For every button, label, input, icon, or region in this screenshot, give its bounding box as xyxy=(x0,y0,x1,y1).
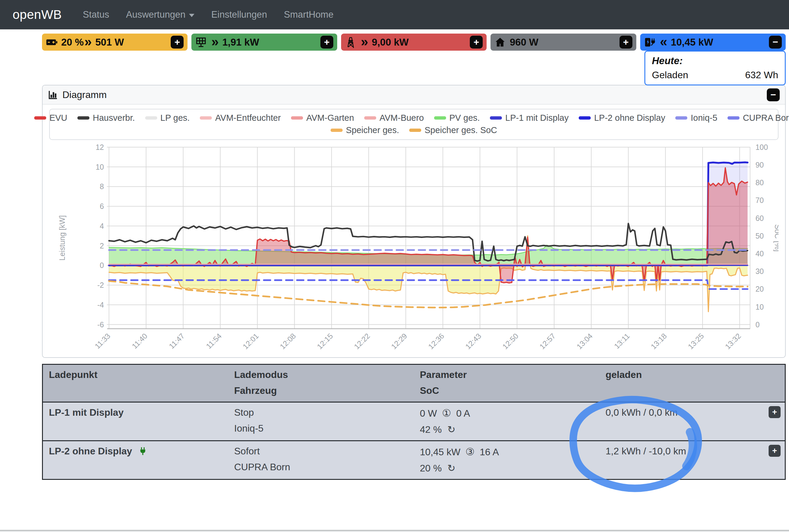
legend-swatch-icon xyxy=(291,116,303,119)
legend-item[interactable]: EVU xyxy=(34,113,68,123)
legend-item[interactable]: AVM-Entfeuchter xyxy=(200,113,281,123)
legend-label: LP ges. xyxy=(161,113,190,123)
svg-text:2: 2 xyxy=(100,242,104,250)
legend-swatch-icon xyxy=(434,116,446,119)
badge-evu[interactable]: » 9,00 kW + xyxy=(341,34,487,51)
legend-item[interactable]: Hausverbr. xyxy=(77,113,135,123)
refresh-soc-icon[interactable]: ↻ xyxy=(447,463,455,474)
pylon-icon xyxy=(345,37,356,48)
col-ladepunkt: Ladepunkt xyxy=(42,364,228,402)
lp1-current: 0 A xyxy=(456,408,470,419)
lp2-name: LP-2 ohne Display xyxy=(49,446,132,456)
chevron-right-icon: » xyxy=(211,35,218,48)
diagram-card-header: Diagramm − xyxy=(42,86,785,104)
lp2-parameter-soc: 10,45 kW ③ 16 A 20 % ↻ xyxy=(414,441,600,479)
legend-swatch-icon xyxy=(34,116,46,119)
lp2-fahrzeug: CUPRA Born xyxy=(234,461,408,474)
svg-text:4: 4 xyxy=(100,222,104,230)
solar-panel-icon xyxy=(195,37,207,48)
nav-smarthome[interactable]: SmartHome xyxy=(284,9,333,20)
svg-text:Leistung [kW]: Leistung [kW] xyxy=(58,215,66,261)
legend-item[interactable]: LP ges. xyxy=(145,113,190,123)
legend-label: AVM-Buero xyxy=(380,113,424,123)
svg-text:11:40: 11:40 xyxy=(130,331,149,350)
legend-item[interactable]: Speicher ges. SoC xyxy=(409,125,497,135)
page-bottom-strip xyxy=(0,531,789,532)
legend-item[interactable]: Ioniq-5 xyxy=(675,113,717,123)
svg-text:12:22: 12:22 xyxy=(352,331,372,351)
refresh-soc-icon[interactable]: ↻ xyxy=(447,424,455,435)
svg-text:-2: -2 xyxy=(97,281,104,289)
legend-label: PV ges. xyxy=(449,113,480,123)
col-parameter: ParameterSoC xyxy=(414,364,600,402)
legend-item[interactable]: LP-1 mit Display xyxy=(490,113,569,123)
legend-item[interactable]: Speicher ges. xyxy=(331,125,399,135)
badge-haus-expand-button[interactable]: + xyxy=(620,36,632,49)
heute-title: Heute: xyxy=(652,55,778,66)
lp2-name-cell: LP-2 ohne Display xyxy=(42,441,228,479)
nav-auswertungen[interactable]: Auswertungen xyxy=(126,9,195,20)
battery-icon xyxy=(46,37,57,48)
svg-text:-6: -6 xyxy=(97,320,104,329)
chevron-down-icon xyxy=(189,14,195,17)
legend-item[interactable]: CUPRA Born xyxy=(728,113,789,123)
legend-swatch-icon xyxy=(675,116,687,119)
power-soc-chart: 121086420-2-4-6100908070605040302010011:… xyxy=(49,142,778,356)
legend-swatch-icon xyxy=(200,116,212,119)
legend-item[interactable]: AVM-Garten xyxy=(291,113,354,123)
svg-text:11:33: 11:33 xyxy=(93,331,112,350)
heute-row-label: Geladen xyxy=(652,70,688,81)
legend-label: AVM-Entfeuchter xyxy=(215,113,281,123)
svg-text:40: 40 xyxy=(755,249,764,258)
diagram-card-body: EVUHausverbr.LP ges.AVM-EntfeuchterAVM-G… xyxy=(42,104,785,357)
badge-pv[interactable]: » 1,91 kW + xyxy=(191,34,337,51)
badge-haus[interactable]: 960 W + xyxy=(491,34,636,51)
legend-swatch-icon xyxy=(409,129,421,132)
diagram-title: Diagramm xyxy=(62,89,107,100)
lp1-fahrzeug: Ioniq-5 xyxy=(234,423,408,435)
badge-evu-expand-button[interactable]: + xyxy=(470,36,483,49)
legend-item[interactable]: LP-2 ohne Display xyxy=(579,113,665,123)
badge-pv-expand-button[interactable]: + xyxy=(320,36,333,49)
badge-speicher[interactable]: 20 % » 501 W + xyxy=(42,34,187,51)
svg-text:0: 0 xyxy=(755,320,759,329)
svg-text:11:54: 11:54 xyxy=(204,331,223,350)
lp1-expand-button[interactable]: + xyxy=(769,406,781,418)
lp2-geladen-value: 1,2 kWh / -10,0 km xyxy=(606,446,686,456)
lp1-mode-vehicle: Stop Ioniq-5 xyxy=(228,402,414,441)
lp1-name: LP-1 mit Display xyxy=(42,402,228,441)
house-icon xyxy=(494,37,506,48)
legend-label: CUPRA Born xyxy=(743,113,789,123)
legend-swatch-icon xyxy=(490,116,502,119)
legend-label: Speicher ges. xyxy=(346,125,399,135)
badge-pv-value: 1,91 kW xyxy=(222,37,259,48)
svg-text:12: 12 xyxy=(96,143,104,151)
chevron-right-icon: » xyxy=(361,35,368,48)
chevron-right-icon: » xyxy=(84,35,92,48)
svg-text:60: 60 xyxy=(755,214,764,222)
legend-swatch-icon xyxy=(145,116,157,119)
legend-item[interactable]: PV ges. xyxy=(434,113,480,123)
chevron-left-icon: « xyxy=(660,35,667,48)
svg-text:30: 30 xyxy=(755,267,764,276)
svg-text:13:25: 13:25 xyxy=(686,331,705,351)
svg-text:10: 10 xyxy=(96,163,104,171)
badge-speicher-expand-button[interactable]: + xyxy=(171,36,184,49)
nav-status[interactable]: Status xyxy=(83,9,109,20)
charging-station-icon xyxy=(644,37,656,48)
svg-text:100: 100 xyxy=(755,143,768,151)
lp1-power: 0 W xyxy=(420,408,437,419)
bar-chart-icon xyxy=(48,90,58,100)
table-row-lp1: LP-1 mit Display Stop Ioniq-5 0 W ① 0 A … xyxy=(42,402,785,441)
svg-text:8: 8 xyxy=(100,182,104,191)
badge-speicher-value: 501 W xyxy=(95,37,124,48)
nav-einstellungen[interactable]: Einstellungen xyxy=(211,9,267,20)
lp2-power: 10,45 kW xyxy=(420,446,460,457)
badge-haus-value: 960 W xyxy=(510,37,538,48)
legend-item[interactable]: AVM-Buero xyxy=(364,113,424,123)
diagram-collapse-button[interactable]: − xyxy=(767,89,780,101)
badge-ladepunkte-collapse-button[interactable]: − xyxy=(769,36,782,49)
badge-ladepunkte[interactable]: « 10,45 kW − xyxy=(640,34,786,51)
legend-swatch-icon xyxy=(331,129,343,132)
lp2-expand-button[interactable]: + xyxy=(769,445,781,457)
